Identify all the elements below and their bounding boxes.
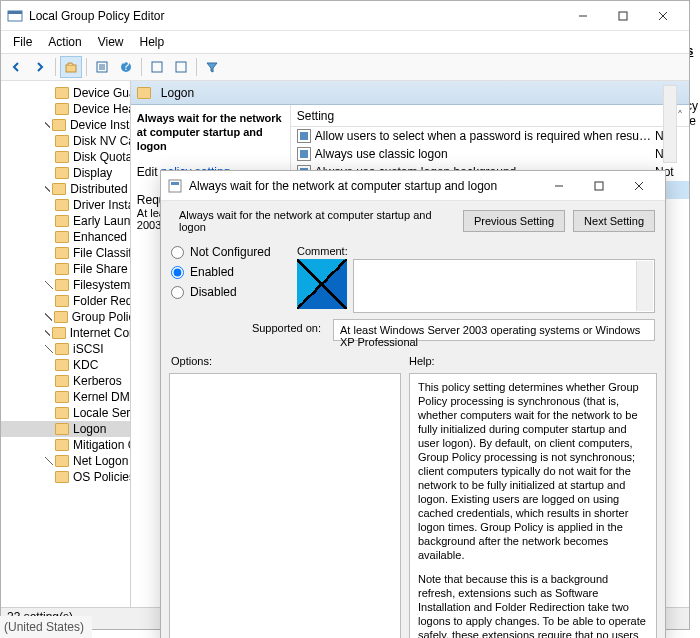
- scrollbar[interactable]: [663, 85, 677, 163]
- nav-tree[interactable]: Device GuardDevice Health AttesDevice In…: [1, 81, 131, 607]
- tool-button-1[interactable]: [146, 56, 168, 78]
- menu-bar[interactable]: File Action View Help: [1, 31, 689, 53]
- tree-node[interactable]: File Share Shadow C: [1, 261, 130, 277]
- tree-node[interactable]: Filesystem: [1, 277, 130, 293]
- tree-node[interactable]: Enhanced Storage A: [1, 229, 130, 245]
- titlebar[interactable]: Local Group Policy Editor: [1, 1, 689, 31]
- svg-rect-14: [176, 62, 186, 72]
- dialog-maximize-button[interactable]: [579, 172, 619, 200]
- svg-rect-16: [171, 182, 179, 185]
- folder-icon: [55, 135, 69, 147]
- folder-icon: [55, 87, 69, 99]
- tree-node[interactable]: Early Launch Antim: [1, 213, 130, 229]
- tree-label: Internet Communic: [70, 326, 130, 340]
- tree-node[interactable]: iSCSI: [1, 341, 130, 357]
- help-button[interactable]: ?: [115, 56, 137, 78]
- supported-on-text: At least Windows Server 2003 operating s…: [333, 319, 655, 341]
- thumbnail-image: [297, 259, 347, 309]
- folder-icon: [55, 167, 69, 179]
- tree-node[interactable]: Net Logon: [1, 453, 130, 469]
- setting-icon: [297, 147, 311, 161]
- comment-label: Comment:: [297, 245, 655, 257]
- tree-label: Group Policy: [72, 310, 130, 324]
- tree-node[interactable]: Kerberos: [1, 373, 130, 389]
- dialog-minimize-button[interactable]: [539, 172, 579, 200]
- tree-node[interactable]: Mitigation Options: [1, 437, 130, 453]
- tree-node[interactable]: File Classification I: [1, 245, 130, 261]
- close-button[interactable]: [643, 2, 683, 30]
- policy-dialog: Always wait for the network at computer …: [160, 170, 666, 638]
- tree-node[interactable]: Driver Installation: [1, 197, 130, 213]
- help-box[interactable]: This policy setting determines whether G…: [409, 373, 657, 638]
- tree-node[interactable]: KDC: [1, 357, 130, 373]
- forward-button[interactable]: [29, 56, 51, 78]
- list-button[interactable]: [91, 56, 113, 78]
- window-title: Local Group Policy Editor: [29, 9, 563, 23]
- app-icon: [7, 8, 23, 24]
- minimize-button[interactable]: [563, 2, 603, 30]
- tree-node[interactable]: Kernel DMA Protec: [1, 389, 130, 405]
- folder-icon: [54, 311, 68, 323]
- folder-icon: [55, 263, 69, 275]
- dialog-title: Always wait for the network at computer …: [189, 179, 539, 193]
- menu-help[interactable]: Help: [132, 33, 173, 51]
- folder-icon: [52, 327, 66, 339]
- tree-label: Net Logon: [73, 454, 128, 468]
- tree-label: Logon: [73, 422, 106, 436]
- tree-node[interactable]: Folder Redirection: [1, 293, 130, 309]
- tree-label: Device Health Attes: [73, 102, 130, 116]
- menu-view[interactable]: View: [90, 33, 132, 51]
- tree-node[interactable]: Group Policy: [1, 309, 130, 325]
- radio-not-configured[interactable]: Not Configured: [171, 245, 281, 259]
- radio-enabled[interactable]: Enabled: [171, 265, 281, 279]
- setting-row[interactable]: Always use classic logonNot: [291, 145, 689, 163]
- tree-label: Kerberos: [73, 374, 122, 388]
- maximize-button[interactable]: [603, 2, 643, 30]
- setting-row[interactable]: Allow users to select when a password is…: [291, 127, 689, 145]
- tree-node[interactable]: Device Guard: [1, 85, 130, 101]
- tree-node[interactable]: Device Health Attes: [1, 101, 130, 117]
- folder-icon: [137, 87, 151, 99]
- folder-icon: [55, 279, 69, 291]
- dialog-titlebar[interactable]: Always wait for the network at computer …: [161, 171, 665, 201]
- setting-label: Always use classic logon: [315, 147, 651, 161]
- tree-node[interactable]: OS Policies: [1, 469, 130, 485]
- tree-node[interactable]: Internet Communic: [1, 325, 130, 341]
- tree-label: KDC: [73, 358, 98, 372]
- dialog-close-button[interactable]: [619, 172, 659, 200]
- radio-disabled[interactable]: Disabled: [171, 285, 281, 299]
- tree-node[interactable]: Locale Services: [1, 405, 130, 421]
- tree-node[interactable]: Device Installation: [1, 117, 130, 133]
- folder-icon: [55, 359, 69, 371]
- col-setting[interactable]: Setting: [297, 109, 334, 123]
- next-setting-button[interactable]: Next Setting: [573, 210, 655, 232]
- options-label: Options:: [171, 355, 409, 367]
- help-label: Help:: [409, 355, 435, 367]
- up-button[interactable]: [60, 56, 82, 78]
- chevron-up-icon[interactable]: ˄: [677, 109, 683, 123]
- svg-text:?: ?: [123, 60, 130, 73]
- previous-setting-button[interactable]: Previous Setting: [463, 210, 565, 232]
- tree-node[interactable]: Disk Quotas: [1, 149, 130, 165]
- tree-node[interactable]: Disk NV Cache: [1, 133, 130, 149]
- folder-icon: [52, 119, 66, 131]
- options-box[interactable]: [169, 373, 401, 638]
- column-header[interactable]: Setting ˄: [291, 105, 689, 127]
- tree-node[interactable]: Display: [1, 165, 130, 181]
- folder-icon: [55, 407, 69, 419]
- tree-node[interactable]: Distributed COM: [1, 181, 130, 197]
- tool-button-2[interactable]: [170, 56, 192, 78]
- tree-label: Locale Services: [73, 406, 130, 420]
- setting-icon: [297, 129, 311, 143]
- folder-icon: [55, 391, 69, 403]
- tree-node[interactable]: Logon: [1, 421, 130, 437]
- filter-button[interactable]: [201, 56, 223, 78]
- menu-file[interactable]: File: [5, 33, 40, 51]
- menu-action[interactable]: Action: [40, 33, 89, 51]
- svg-rect-15: [169, 180, 181, 192]
- folder-icon: [52, 183, 66, 195]
- tree-label: Device Installation: [70, 118, 130, 132]
- comment-textarea[interactable]: [353, 259, 655, 313]
- tree-label: OS Policies: [73, 470, 130, 484]
- back-button[interactable]: [5, 56, 27, 78]
